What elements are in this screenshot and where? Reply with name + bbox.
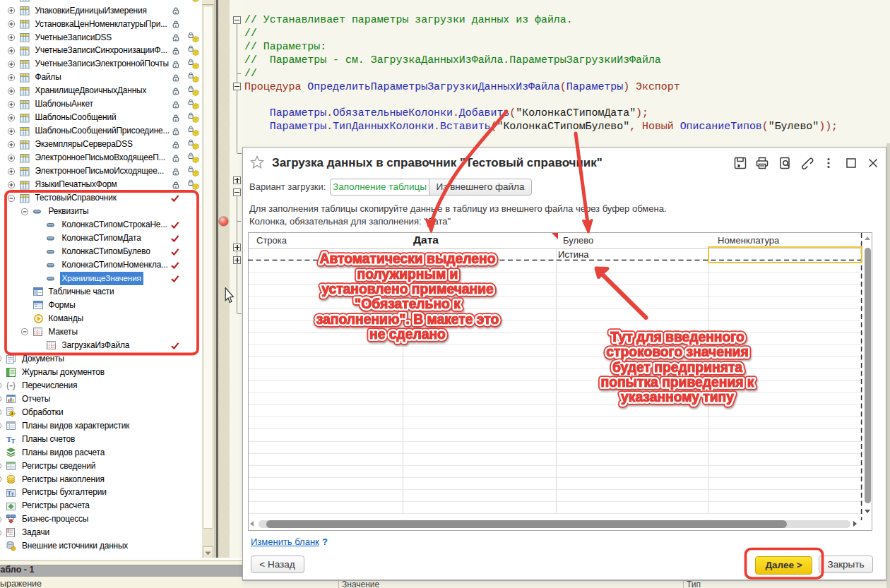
svg-text:не сделано: не сделано (369, 327, 446, 342)
svg-text:заполнению". В макете это: заполнению". В макете это (316, 312, 499, 327)
svg-text:строкового значения: строкового значения (606, 344, 748, 359)
svg-text:Автоматически выделено: Автоматически выделено (320, 251, 496, 266)
svg-text:будет предпринята: будет предпринята (612, 360, 742, 375)
svg-text:"Обязательно к: "Обязательно к (355, 296, 461, 311)
svg-text:Тут для введенного: Тут для введенного (610, 330, 744, 344)
svg-text:попытка приведения к: попытка приведения к (600, 375, 754, 390)
svg-text:установлено примечание: установлено примечание (321, 282, 494, 296)
svg-text:полужирным и: полужирным и (357, 267, 458, 282)
svg-text:указанному типу: указанному типу (621, 390, 734, 404)
